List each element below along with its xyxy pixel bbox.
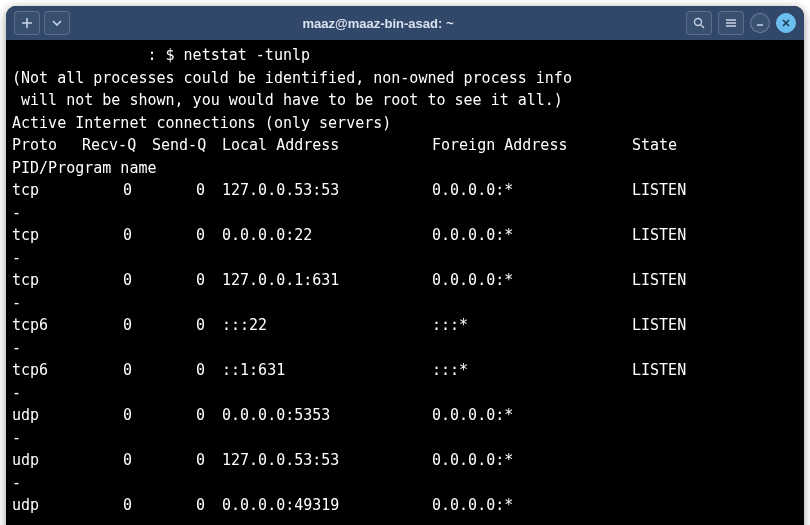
cell-pid: - bbox=[12, 429, 21, 447]
cell-foreign: :::* bbox=[432, 314, 632, 337]
cell-sendq: 0 bbox=[152, 449, 222, 472]
table-row: tcp00 127.0.0.1:6310.0.0.0:*LISTEN bbox=[12, 269, 798, 292]
cell-recvq: 0 bbox=[82, 314, 152, 337]
close-button[interactable] bbox=[776, 13, 796, 33]
cell-recvq: 0 bbox=[82, 494, 152, 517]
cell-proto: udp bbox=[12, 404, 82, 427]
cell-foreign: :::* bbox=[432, 359, 632, 382]
menu-button[interactable] bbox=[718, 11, 744, 35]
cell-sendq: 0 bbox=[152, 179, 222, 202]
cell-state bbox=[632, 494, 732, 517]
cell-pid: - bbox=[12, 384, 21, 402]
cell-local: 0.0.0.0:22 bbox=[222, 224, 432, 247]
titlebar: maaz@maaz-bin-asad: ~ bbox=[6, 6, 804, 40]
cell-foreign: 0.0.0.0:* bbox=[432, 224, 632, 247]
active-connections-header: Active Internet connections (only server… bbox=[12, 114, 391, 132]
search-button[interactable] bbox=[686, 11, 712, 35]
table-row: udp00 0.0.0.0:53530.0.0.0:* bbox=[12, 404, 798, 427]
table-row: tcp00 127.0.0.53:530.0.0.0:*LISTEN bbox=[12, 179, 798, 202]
cell-foreign: 0.0.0.0:* bbox=[432, 494, 632, 517]
cell-proto: udp bbox=[12, 449, 82, 472]
cell-state bbox=[632, 404, 732, 427]
prompt-prefix: : $ bbox=[12, 46, 184, 64]
warning-line-1: (Not all processes could be identified, … bbox=[12, 69, 572, 87]
cell-recvq: 0 bbox=[82, 224, 152, 247]
cell-recvq: 0 bbox=[82, 449, 152, 472]
cell-foreign: 0.0.0.0:* bbox=[432, 404, 632, 427]
cell-foreign: 0.0.0.0:* bbox=[432, 179, 632, 202]
command-text: netstat -tunlp bbox=[184, 46, 310, 64]
cell-proto: tcp bbox=[12, 179, 82, 202]
col-proto: Proto bbox=[12, 134, 82, 157]
terminal-window: maaz@maaz-bin-asad: ~ : $ netstat -tunlp… bbox=[6, 6, 804, 525]
table-row: tcp600 ::1:631:::*LISTEN bbox=[12, 359, 798, 382]
cell-local: 0.0.0.0:5353 bbox=[222, 404, 432, 427]
table-row: tcp600 :::22:::*LISTEN bbox=[12, 314, 798, 337]
terminal-body[interactable]: : $ netstat -tunlp (Not all processes co… bbox=[6, 40, 804, 525]
cell-sendq: 0 bbox=[152, 494, 222, 517]
cell-recvq: 0 bbox=[82, 359, 152, 382]
search-icon bbox=[693, 17, 705, 29]
cell-foreign: 0.0.0.0:* bbox=[432, 269, 632, 292]
cell-recvq: 0 bbox=[82, 404, 152, 427]
netstat-rows: tcp00 127.0.0.53:530.0.0.0:*LISTEN- tcp0… bbox=[12, 179, 798, 525]
col-foreign: Foreign Address bbox=[432, 134, 632, 157]
cell-local: ::1:631 bbox=[222, 359, 432, 382]
cell-local: 127.0.0.53:53 bbox=[222, 179, 432, 202]
close-icon bbox=[781, 18, 791, 28]
new-tab-button[interactable] bbox=[14, 11, 40, 35]
svg-point-0 bbox=[695, 19, 702, 26]
cell-pid: - bbox=[12, 204, 21, 222]
cell-state: LISTEN bbox=[632, 179, 732, 202]
col-state: State bbox=[632, 134, 732, 157]
cell-sendq: 0 bbox=[152, 314, 222, 337]
column-headers-row-1: ProtoRecv-QSend-QLocal AddressForeign Ad… bbox=[12, 134, 798, 157]
tab-list-button[interactable] bbox=[44, 11, 70, 35]
table-row: tcp00 0.0.0.0:220.0.0.0:*LISTEN bbox=[12, 224, 798, 247]
table-row: udp00 0.0.0.0:493190.0.0.0:* bbox=[12, 494, 798, 517]
cell-pid: - bbox=[12, 519, 21, 526]
cell-local: 0.0.0.0:49319 bbox=[222, 494, 432, 517]
hamburger-icon bbox=[725, 17, 737, 29]
cell-proto: udp bbox=[12, 494, 82, 517]
minimize-icon bbox=[755, 18, 765, 28]
cell-state: LISTEN bbox=[632, 224, 732, 247]
cell-proto: tcp bbox=[12, 269, 82, 292]
col-local: Local Address bbox=[222, 134, 432, 157]
cell-state: LISTEN bbox=[632, 359, 732, 382]
cell-proto: tcp bbox=[12, 224, 82, 247]
cell-foreign: 0.0.0.0:* bbox=[432, 449, 632, 472]
cell-local: :::22 bbox=[222, 314, 432, 337]
plus-icon bbox=[21, 17, 33, 29]
cell-local: 127.0.0.53:53 bbox=[222, 449, 432, 472]
table-row: udp00 127.0.0.53:530.0.0.0:* bbox=[12, 449, 798, 472]
cell-sendq: 0 bbox=[152, 404, 222, 427]
window-title: maaz@maaz-bin-asad: ~ bbox=[70, 16, 686, 31]
cell-sendq: 0 bbox=[152, 359, 222, 382]
cell-pid: - bbox=[12, 339, 21, 357]
cell-sendq: 0 bbox=[152, 224, 222, 247]
cell-recvq: 0 bbox=[82, 269, 152, 292]
cell-state bbox=[632, 449, 732, 472]
cell-local: 127.0.0.1:631 bbox=[222, 269, 432, 292]
cell-pid: - bbox=[12, 474, 21, 492]
cell-state: LISTEN bbox=[632, 269, 732, 292]
warning-line-2: will not be shown, you would have to be … bbox=[12, 91, 563, 109]
cell-sendq: 0 bbox=[152, 269, 222, 292]
col-recvq: Recv-Q bbox=[82, 134, 152, 157]
cell-pid: - bbox=[12, 249, 21, 267]
cell-pid: - bbox=[12, 294, 21, 312]
col-sendq: Send-Q bbox=[152, 134, 222, 157]
cell-proto: tcp6 bbox=[12, 359, 82, 382]
minimize-button[interactable] bbox=[750, 13, 770, 33]
column-headers-row-2: PID/Program name bbox=[12, 159, 157, 177]
cell-recvq: 0 bbox=[82, 179, 152, 202]
cell-proto: tcp6 bbox=[12, 314, 82, 337]
cell-state: LISTEN bbox=[632, 314, 732, 337]
chevron-down-icon bbox=[51, 17, 63, 29]
